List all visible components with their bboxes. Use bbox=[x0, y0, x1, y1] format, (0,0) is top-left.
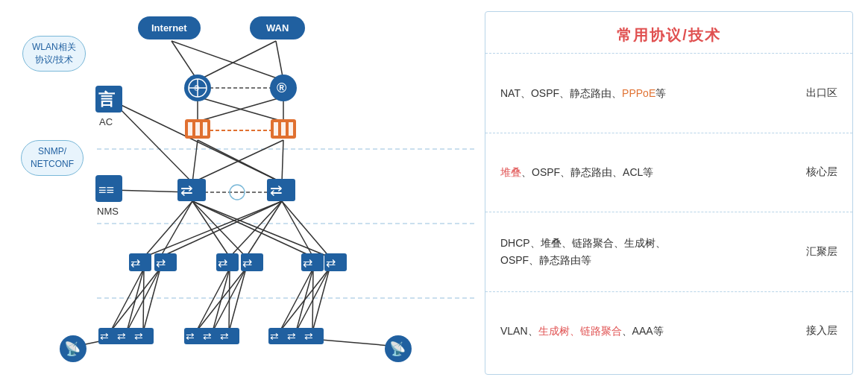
info-row-exit-label: 出口区 bbox=[785, 86, 837, 100]
svg-text:⇄: ⇄ bbox=[130, 256, 140, 269]
svg-line-33 bbox=[110, 268, 160, 332]
info-panel-title: 常用协议/技术 bbox=[485, 12, 852, 53]
svg-line-49 bbox=[112, 101, 192, 183]
svg-text:⇄: ⇄ bbox=[270, 182, 283, 198]
svg-text:®: ® bbox=[194, 84, 200, 92]
network-area: WLAN相关协议/技术 Internet WAN SNMP/NETCONF bbox=[0, 0, 485, 386]
svg-rect-67 bbox=[281, 122, 286, 136]
svg-text:⇄: ⇄ bbox=[100, 330, 109, 342]
network-svg: ® ® bbox=[0, 0, 485, 386]
info-row-access: VLAN、生成树、链路聚合、AAA等 接入层 bbox=[485, 291, 852, 371]
svg-line-45 bbox=[280, 268, 330, 332]
svg-text:⇄: ⇄ bbox=[134, 330, 143, 342]
svg-text:⇄: ⇄ bbox=[186, 330, 195, 342]
svg-rect-68 bbox=[289, 122, 293, 136]
info-row-aggregation: DHCP、堆叠、链路聚合、生成树、OSPF、静态路由等 汇聚层 bbox=[485, 212, 852, 291]
svg-line-43 bbox=[280, 268, 313, 332]
svg-text:言: 言 bbox=[98, 90, 116, 109]
svg-text:⇄: ⇄ bbox=[218, 256, 227, 269]
svg-rect-64 bbox=[203, 122, 207, 136]
svg-line-30 bbox=[282, 201, 330, 257]
svg-text:⇄: ⇄ bbox=[304, 330, 313, 342]
info-row-agg-label: 汇聚层 bbox=[785, 245, 837, 259]
info-row-access-label: 接入层 bbox=[785, 324, 837, 338]
svg-rect-63 bbox=[195, 122, 200, 136]
svg-rect-66 bbox=[274, 122, 278, 136]
stp-highlight: 生成树、链路聚合 bbox=[538, 325, 622, 337]
svg-text:⇄: ⇄ bbox=[242, 256, 252, 269]
info-row-exit: NAT、OSPF、静态路由、PPPoE等 出口区 bbox=[485, 53, 852, 133]
svg-text:⇄: ⇄ bbox=[220, 330, 229, 342]
svg-line-48 bbox=[312, 268, 330, 332]
svg-text:⇄: ⇄ bbox=[203, 330, 212, 342]
svg-line-19 bbox=[144, 201, 192, 257]
info-row-access-content: VLAN、生成树、链路聚合、AAA等 bbox=[500, 314, 785, 348]
svg-line-47 bbox=[312, 268, 313, 332]
stacking-highlight: 堆叠 bbox=[500, 166, 521, 178]
svg-text:⇄: ⇄ bbox=[287, 330, 296, 342]
svg-text:📡: 📡 bbox=[389, 341, 406, 357]
svg-text:⇄: ⇄ bbox=[156, 256, 166, 269]
svg-text:NMS: NMS bbox=[97, 206, 119, 217]
svg-line-36 bbox=[143, 268, 160, 332]
svg-line-37 bbox=[196, 268, 230, 332]
svg-line-18 bbox=[282, 140, 283, 183]
info-row-core-content: 堆叠、OSPF、静态路由、ACL等 bbox=[500, 155, 785, 189]
svg-line-50 bbox=[112, 101, 282, 183]
svg-line-31 bbox=[110, 268, 144, 332]
info-panel: 常用协议/技术 NAT、OSPF、静态路由、PPPoE等 出口区 堆叠、OSPF… bbox=[485, 11, 853, 375]
svg-line-42 bbox=[229, 268, 246, 332]
svg-line-7 bbox=[172, 41, 198, 80]
svg-line-8 bbox=[172, 41, 283, 80]
svg-text:📡: 📡 bbox=[64, 341, 81, 357]
info-rows: NAT、OSPF、静态路由、PPPoE等 出口区 堆叠、OSPF、静态路由、AC… bbox=[485, 53, 852, 370]
svg-line-39 bbox=[196, 268, 246, 332]
svg-text:⇄: ⇄ bbox=[180, 182, 193, 198]
svg-text:≡≡: ≡≡ bbox=[98, 183, 114, 197]
svg-text:AC: AC bbox=[99, 116, 113, 127]
main-container: WLAN相关协议/技术 Internet WAN SNMP/NETCONF bbox=[0, 0, 868, 386]
svg-line-9 bbox=[198, 41, 276, 80]
info-row-core: 堆叠、OSPF、静态路由、ACL等 核心层 bbox=[485, 133, 852, 212]
svg-rect-62 bbox=[188, 122, 192, 136]
svg-text:⇄: ⇄ bbox=[117, 330, 126, 342]
svg-line-15 bbox=[192, 140, 198, 183]
info-row-exit-content: NAT、OSPF、静态路由、PPPoE等 bbox=[500, 76, 785, 110]
svg-text:®: ® bbox=[277, 80, 286, 95]
svg-line-10 bbox=[276, 41, 283, 80]
svg-line-29 bbox=[282, 201, 313, 257]
svg-line-25 bbox=[230, 201, 282, 257]
svg-text:⇄: ⇄ bbox=[270, 330, 279, 342]
info-row-core-label: 核心层 bbox=[785, 165, 837, 179]
info-row-agg-content: DHCP、堆叠、链路聚合、生成树、OSPF、静态路由等 bbox=[500, 226, 785, 277]
pppoe-highlight: PPPoE bbox=[622, 87, 655, 99]
svg-line-35 bbox=[143, 268, 144, 332]
svg-text:⇄: ⇄ bbox=[326, 256, 336, 269]
svg-line-41 bbox=[229, 268, 230, 332]
svg-text:⇄: ⇄ bbox=[303, 256, 312, 269]
